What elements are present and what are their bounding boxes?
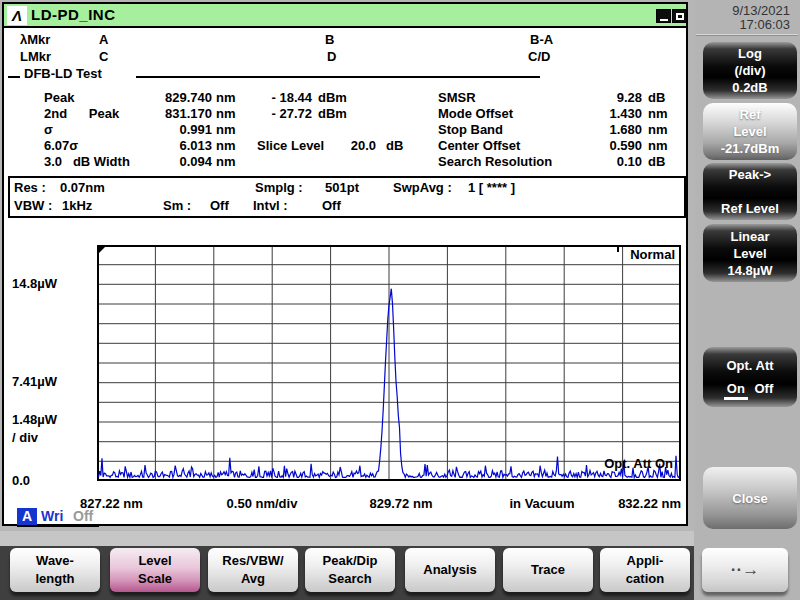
menu-line: Level — [138, 552, 171, 570]
menu-res-vbw-avg-button[interactable]: Res/VBW/ Avg — [208, 548, 298, 592]
vbw-label: VBW : — [14, 198, 52, 214]
level-marker-label: LMkr — [20, 49, 51, 65]
trace-status-underline — [17, 525, 99, 527]
result-value: 6.013 — [100, 138, 212, 154]
menu-peak-dip-search-button[interactable]: Peak/Dip Search — [305, 548, 395, 592]
minimize-button[interactable] — [656, 9, 671, 23]
trace-channel-badge[interactable]: A — [17, 508, 37, 525]
result-label: Center Offset — [438, 138, 520, 154]
softkey-line: Peak-> — [729, 166, 771, 183]
softkey-peak-to-ref-level[interactable]: Peak-> Ref Level — [703, 163, 797, 220]
result-value: 0.094 — [100, 154, 212, 170]
marker-b-label: B — [325, 32, 334, 48]
minimize-icon — [660, 19, 668, 21]
sweep-avg-label: SwpAvg : — [393, 180, 452, 196]
sweep-avg-value: 1 [ **** ] — [468, 180, 515, 196]
sampling-label: Smplg : — [255, 180, 303, 196]
opt-att-title: Opt. Att — [726, 357, 773, 374]
softkey-panel: 9/13/2021 17:06:03 Log (/div) 0.2dB Ref … — [694, 0, 800, 600]
marker-a-label: A — [99, 32, 108, 48]
softkey-line: 0.2dB — [732, 79, 767, 96]
result-level: - 27.72 — [240, 106, 312, 122]
menu-line: Res/VBW/ — [222, 552, 283, 570]
softkey-close[interactable]: Close — [703, 467, 797, 529]
x-axis-end-label: 832.22 nm — [561, 496, 681, 512]
menu-line: Analysis — [423, 561, 476, 579]
result-value: 9.28 — [540, 90, 642, 106]
res-label: Res : — [14, 180, 46, 196]
menu-more-arrow-button[interactable]: ··→ — [702, 548, 788, 592]
window-title: LD-PD_INC — [31, 6, 116, 23]
maximize-button[interactable] — [672, 9, 687, 23]
result-label: Search Resolution — [438, 154, 552, 170]
result-value: 0.991 — [100, 122, 212, 138]
result-unit: nm — [216, 154, 236, 170]
slice-level-value: 20.0 — [342, 138, 376, 154]
marker-ba-label: B-A — [530, 32, 553, 48]
menu-wavelength-button[interactable]: Wave- length — [10, 548, 100, 592]
menu-application-button[interactable]: Appli- cation — [600, 548, 690, 592]
opt-att-options: On Off — [703, 380, 797, 397]
result-unit: nm — [216, 106, 236, 122]
result-unit: nm — [216, 90, 236, 106]
softkey-line: Linear — [730, 228, 769, 245]
menu-analysis-button[interactable]: Analysis — [405, 548, 495, 592]
panel-divider — [696, 34, 798, 36]
trace-mode-label: Normal — [630, 247, 675, 263]
result-value: 831.170 — [100, 106, 212, 122]
softkey-linear-level[interactable]: Linear Level 14.8µW — [703, 224, 797, 282]
result-level-unit: dBm — [318, 90, 347, 106]
softkey-line: -21.7dBm — [721, 140, 780, 157]
y-axis-zero-label: 0.0 — [12, 473, 30, 489]
result-value: 1.680 — [540, 122, 642, 138]
trace-write-mode-label: Wri — [41, 508, 63, 524]
result-unit: nm — [648, 138, 668, 154]
marker-cd-label: C/D — [528, 49, 550, 65]
result-label: Mode Offset — [438, 106, 513, 122]
section-rule-right — [136, 76, 540, 78]
menu-line: Trace — [531, 561, 565, 579]
analyzer-window: Λ LD-PD_INC λMkr A B B-A LMkr C D C/D DF… — [2, 2, 688, 526]
result-unit: nm — [648, 122, 668, 138]
time-display: 17:06:03 — [700, 18, 790, 32]
menu-line: Peak/Dip — [323, 552, 378, 570]
arrow-right-icon: ··→ — [731, 560, 759, 580]
res-value: 0.07nm — [60, 180, 105, 196]
result-value: 0.10 — [540, 154, 642, 170]
result-value: 0.590 — [540, 138, 642, 154]
softkey-line: Level — [733, 245, 766, 262]
smooth-value: Off — [210, 198, 229, 214]
sampling-value: 501pt — [325, 180, 359, 196]
x-axis-perdiv-label: 0.50 nm/div — [202, 496, 322, 512]
slice-level-unit: dB — [386, 138, 403, 154]
display-zone-marker-icon — [98, 246, 106, 254]
softkey-line: Ref Level — [721, 200, 779, 217]
opt-att-off-option[interactable]: Off — [751, 381, 776, 396]
softkey-log-per-div[interactable]: Log (/div) 0.2dB — [703, 42, 797, 99]
menu-trace-button[interactable]: Trace — [503, 548, 593, 592]
spectrum-chart: Normal Opt. Att On — [97, 245, 681, 481]
y-axis-perdiv-value: 1.48µW — [12, 412, 57, 428]
softkey-line: (/div) — [734, 62, 765, 79]
softkey-opt-att[interactable]: Opt. Att On Off — [703, 347, 797, 407]
date-display: 9/13/2021 — [700, 4, 790, 18]
menu-line: Search — [328, 570, 371, 588]
softkey-line — [748, 183, 752, 200]
y-axis-ref-label: 14.8µW — [12, 276, 57, 292]
opt-att-annotation: Opt. Att On — [604, 456, 673, 472]
result-level-unit: dBm — [318, 106, 347, 122]
marker-c-label: C — [99, 49, 108, 65]
result-value: 1.430 — [540, 106, 642, 122]
result-label: Stop Band — [438, 122, 503, 138]
menu-level-scale-button[interactable]: Level Scale — [110, 548, 200, 592]
section-rule-left — [8, 76, 20, 78]
section-title: DFB-LD Test — [24, 66, 102, 82]
softkey-ref-level[interactable]: Ref Level -21.7dBm — [703, 103, 797, 160]
opt-att-on-option[interactable]: On — [724, 381, 748, 400]
softkey-line: 14.8µW — [727, 262, 772, 279]
y-axis-perdiv-label: / div — [12, 430, 38, 446]
menu-line: length — [36, 570, 75, 588]
softkey-line: Level — [733, 123, 766, 140]
result-unit: nm — [216, 122, 236, 138]
zone-tick-icon — [617, 245, 619, 252]
